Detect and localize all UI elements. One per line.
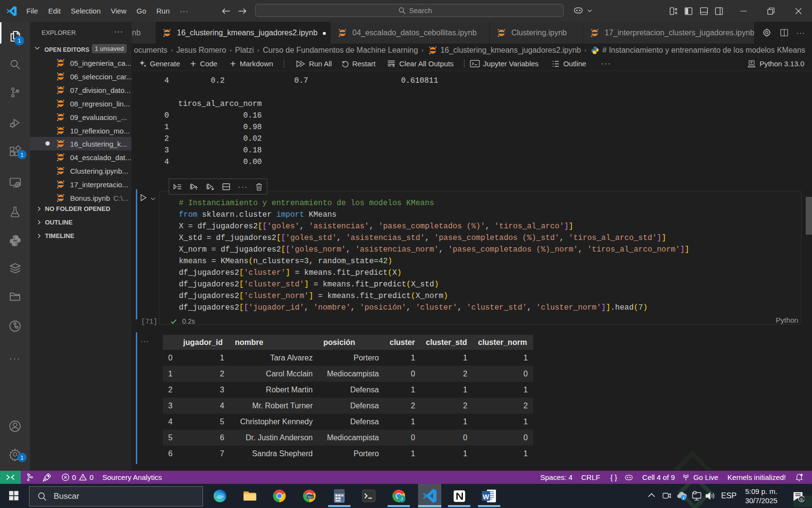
svg-text:W: W <box>483 493 490 501</box>
svg-text:i: i <box>683 495 684 500</box>
svg-text:6: 6 <box>800 497 803 502</box>
svg-text:Dev: Dev <box>307 495 313 498</box>
svg-text:J: J <box>401 496 403 501</box>
